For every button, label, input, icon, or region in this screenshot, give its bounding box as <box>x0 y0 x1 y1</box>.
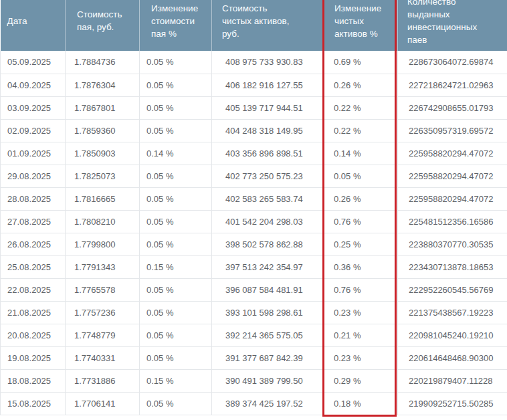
cell-net-assets-change: 0.22 % <box>323 119 398 142</box>
column-header-net-assets: Стоимость чистых активов, руб. <box>212 0 323 51</box>
table-row: 18.08.20251.77318860.15 %390 491 389 799… <box>1 369 507 392</box>
cell-net-assets: 405 139 717 944.51 <box>212 96 323 119</box>
table-row: 28.08.20251.78166650.05 %402 583 265 583… <box>1 187 507 210</box>
cell-net-assets: 393 101 598 298.61 <box>212 301 323 324</box>
cell-net-assets: 398 502 578 862.88 <box>212 233 323 255</box>
cell-date: 03.09.2025 <box>1 96 66 119</box>
cell-units-issued: 222952260545.56769 <box>398 278 507 301</box>
cell-date: 29.08.2025 <box>1 165 66 187</box>
cell-net-assets: 408 975 733 930.83 <box>212 51 323 74</box>
table-row: 27.08.20251.78082100.05 %401 542 204 298… <box>1 210 507 233</box>
cell-unit-price-change: 0.05 % <box>140 187 212 210</box>
cell-units-issued: 223430713878.18653 <box>398 255 507 278</box>
table-row: 22.08.20251.77655780.05 %396 087 584 481… <box>1 278 507 301</box>
cell-date: 19.08.2025 <box>1 346 66 369</box>
cell-net-assets: 396 087 584 481.91 <box>212 278 323 301</box>
cell-unit-price-change: 0.05 % <box>140 74 212 96</box>
cell-net-assets-change: 0.21 % <box>323 324 398 346</box>
table-row: 25.08.20251.77913430.15 %397 513 242 354… <box>1 255 507 278</box>
cell-unit-price: 1.7706141 <box>66 392 140 415</box>
cell-date: 25.08.2025 <box>1 255 66 278</box>
table-header: ДатаСтоимость пая, руб.Изменение стоимос… <box>1 0 507 51</box>
column-header-net-assets-change: Изменение чистых активов % <box>323 0 398 51</box>
cell-net-assets-change: 0.18 % <box>323 392 398 415</box>
cell-date: 27.08.2025 <box>1 210 66 233</box>
cell-unit-price-change: 0.05 % <box>140 301 212 324</box>
column-header-units-issued: Количество выданных инвестиционных паев <box>398 0 507 51</box>
cell-units-issued: 226350957319.69572 <box>398 119 507 142</box>
cell-unit-price: 1.7757236 <box>66 301 140 324</box>
cell-net-assets-change: 0.36 % <box>323 255 398 278</box>
cell-unit-price-change: 0.05 % <box>140 51 212 74</box>
cell-unit-price-change: 0.05 % <box>140 210 212 233</box>
cell-units-issued: 220614648468.90300 <box>398 346 507 369</box>
table-row: 29.08.20251.78250730.05 %402 773 250 575… <box>1 165 507 187</box>
cell-date: 05.09.2025 <box>1 51 66 74</box>
cell-net-assets: 401 542 204 298.03 <box>212 210 323 233</box>
cell-unit-price: 1.7748779 <box>66 324 140 346</box>
cell-net-assets: 397 513 242 354.97 <box>212 255 323 278</box>
fund-statistics-table: ДатаСтоимость пая, руб.Изменение стоимос… <box>0 0 507 415</box>
cell-units-issued: 220219879407.11228 <box>398 369 507 392</box>
cell-unit-price: 1.7825073 <box>66 165 140 187</box>
cell-net-assets-change: 0.26 % <box>323 187 398 210</box>
cell-net-assets-change: 0.25 % <box>323 233 398 255</box>
fund-statistics-view: ДатаСтоимость пая, руб.Изменение стоимос… <box>0 0 507 420</box>
cell-unit-price: 1.7876304 <box>66 74 140 96</box>
cell-date: 22.08.2025 <box>1 278 66 301</box>
cell-units-issued: 225958820294.47072 <box>398 142 507 165</box>
cell-date: 15.08.2025 <box>1 392 66 415</box>
cell-net-assets-change: 0.22 % <box>323 96 398 119</box>
table-body: 05.09.20251.78847360.05 %408 975 733 930… <box>1 51 507 415</box>
cell-unit-price-change: 0.05 % <box>140 96 212 119</box>
cell-unit-price-change: 0.05 % <box>140 324 212 346</box>
cell-unit-price: 1.7791343 <box>66 255 140 278</box>
table-row: 02.09.20251.78593600.05 %404 248 318 149… <box>1 119 507 142</box>
cell-unit-price: 1.7740331 <box>66 346 140 369</box>
table-row: 21.08.20251.77572360.05 %393 101 598 298… <box>1 301 507 324</box>
cell-net-assets-change: 0.23 % <box>323 301 398 324</box>
cell-unit-price-change: 0.05 % <box>140 346 212 369</box>
cell-net-assets: 404 248 318 149.95 <box>212 119 323 142</box>
header-row: ДатаСтоимость пая, руб.Изменение стоимос… <box>1 0 507 51</box>
cell-date: 28.08.2025 <box>1 187 66 210</box>
cell-net-assets: 391 377 687 842.39 <box>212 346 323 369</box>
cell-net-assets-change: 0.26 % <box>323 74 398 96</box>
cell-unit-price-change: 0.05 % <box>140 119 212 142</box>
table-row: 19.08.20251.77403310.05 %391 377 687 842… <box>1 346 507 369</box>
table-row: 05.09.20251.78847360.05 %408 975 733 930… <box>1 51 507 74</box>
cell-units-issued: 225481512356.16586 <box>398 210 507 233</box>
cell-date: 21.08.2025 <box>1 301 66 324</box>
cell-net-assets: 390 491 389 799.50 <box>212 369 323 392</box>
cell-net-assets-change: 0.76 % <box>323 210 398 233</box>
cell-net-assets-change: 0.29 % <box>323 369 398 392</box>
column-header-date: Дата <box>1 0 66 51</box>
table-row: 01.09.20251.78509030.14 %403 356 896 898… <box>1 142 507 165</box>
cell-net-assets-change: 0.69 % <box>323 51 398 74</box>
cell-unit-price-change: 0.05 % <box>140 233 212 255</box>
cell-unit-price: 1.7850903 <box>66 142 140 165</box>
cell-unit-price: 1.7859360 <box>66 119 140 142</box>
table-row: 03.09.20251.78678010.05 %405 139 717 944… <box>1 96 507 119</box>
cell-date: 26.08.2025 <box>1 233 66 255</box>
cell-net-assets-change: 0.05 % <box>323 165 398 187</box>
cell-unit-price: 1.7765578 <box>66 278 140 301</box>
cell-net-assets: 403 356 896 898.51 <box>212 142 323 165</box>
cell-units-issued: 228673064072.69874 <box>398 51 507 74</box>
table-row: 15.08.20251.77061410.05 %389 374 425 197… <box>1 392 507 415</box>
cell-unit-price-change: 0.15 % <box>140 255 212 278</box>
cell-net-assets: 392 214 365 575.05 <box>212 324 323 346</box>
table-row: 04.09.20251.78763040.05 %406 182 916 127… <box>1 74 507 96</box>
table-row: 20.08.20251.77487790.05 %392 214 365 575… <box>1 324 507 346</box>
cell-unit-price-change: 0.05 % <box>140 278 212 301</box>
cell-unit-price-change: 0.15 % <box>140 369 212 392</box>
cell-date: 18.08.2025 <box>1 369 66 392</box>
cell-units-issued: 227218624721.02963 <box>398 74 507 96</box>
cell-net-assets: 406 182 916 127.55 <box>212 74 323 96</box>
cell-date: 01.09.2025 <box>1 142 66 165</box>
cell-units-issued: 226742908655.01793 <box>398 96 507 119</box>
cell-units-issued: 223880370770.30535 <box>398 233 507 255</box>
column-header-unit-price-change: Изменение стоимости пая % <box>140 0 212 51</box>
cell-net-assets: 389 374 425 197.52 <box>212 392 323 415</box>
cell-net-assets-change: 0.76 % <box>323 278 398 301</box>
